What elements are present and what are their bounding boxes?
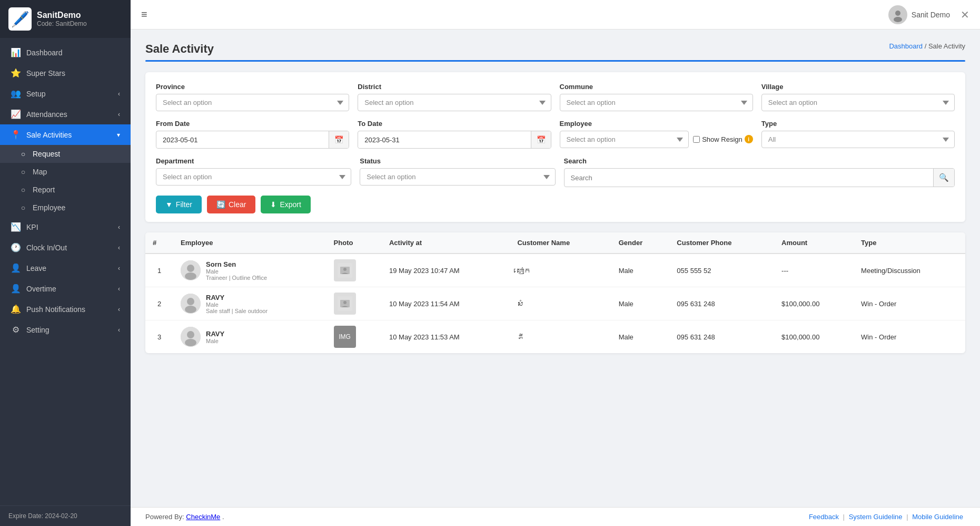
- breadcrumb-current: Sale Activity: [928, 42, 965, 50]
- district-label: District: [358, 83, 551, 91]
- province-group: Province Select an option: [156, 83, 349, 111]
- svg-point-5: [185, 272, 196, 280]
- sidebar-item-label: Map: [33, 168, 47, 176]
- employee-label: Employee: [560, 120, 753, 128]
- search-input[interactable]: [565, 170, 934, 186]
- to-date-wrap: 📅: [358, 131, 551, 149]
- cell-gender: Male: [611, 287, 670, 320]
- svg-point-11: [185, 306, 196, 313]
- employee-name: RAVY: [206, 330, 224, 338]
- topbar-user[interactable]: Sanit Demo: [888, 5, 950, 24]
- cell-num: 2: [145, 287, 173, 320]
- filter-button[interactable]: ▼ Filter: [156, 196, 202, 213]
- sidebar-item-sale-activities[interactable]: 📍 Sale Activities ▾: [0, 124, 131, 145]
- clear-button[interactable]: 🔄 Clear: [207, 196, 255, 213]
- user-avatar: [888, 5, 907, 24]
- sidebar-item-setup[interactable]: 👥 Setup ‹: [0, 83, 131, 104]
- sidebar-item-overtime[interactable]: 👤 Overtime ‹: [0, 278, 131, 299]
- results-table-card: # Employee Photo Activity at Customer Na…: [145, 232, 965, 353]
- cell-type: Win - Order: [854, 287, 965, 320]
- col-photo: Photo: [326, 232, 382, 254]
- breadcrumb-dashboard-link[interactable]: Dashboard: [889, 42, 923, 50]
- sidebar-item-dashboard[interactable]: 📊 Dashboard: [0, 42, 131, 63]
- svg-point-14: [343, 301, 347, 304]
- sidebar-item-employee[interactable]: ○ Employee: [0, 199, 131, 217]
- page-footer: Powered By: CheckinMe . Feedback | Syste…: [131, 507, 980, 526]
- sidebar-item-report[interactable]: ○ Report: [0, 181, 131, 199]
- department-select[interactable]: Select an option: [156, 168, 351, 186]
- circle-icon: ○: [19, 203, 27, 212]
- village-select[interactable]: Select an option: [761, 94, 955, 111]
- from-date-wrap: 📅: [156, 131, 349, 149]
- sidebar-item-label: KPI: [26, 223, 38, 231]
- employee-info: RAVY Male Sale staff | Sale outdoor: [181, 294, 319, 314]
- app-name: SanitDemo: [37, 11, 87, 20]
- star-icon: ⭐: [11, 68, 21, 78]
- search-icon[interactable]: 🔍: [933, 169, 954, 187]
- leave-icon: 👤: [11, 263, 21, 273]
- info-icon[interactable]: i: [745, 135, 753, 143]
- export-button[interactable]: ⬇ Export: [261, 196, 310, 213]
- sidebar-item-leave[interactable]: 👤 Leave ‹: [0, 258, 131, 278]
- chevron-left-icon: ‹: [118, 223, 120, 231]
- close-button[interactable]: ✕: [961, 8, 969, 21]
- type-select[interactable]: All: [761, 131, 955, 148]
- sidebar-item-label: Sale Activities: [26, 131, 72, 139]
- employee-role: Sale staff | Sale outdoor: [206, 308, 268, 314]
- show-resign-checkbox[interactable]: [693, 136, 700, 143]
- mobile-guideline-link[interactable]: Mobile Guideline: [912, 513, 963, 521]
- cell-amount: $100,000.00: [774, 287, 854, 320]
- chevron-down-icon: ▾: [117, 131, 120, 139]
- chevron-left-icon: ‹: [118, 326, 120, 334]
- status-select[interactable]: Select an option: [360, 168, 555, 186]
- employee-gender: Male: [206, 338, 224, 344]
- sidebar-item-label: Employee: [33, 203, 65, 212]
- commune-label: Commune: [560, 83, 753, 91]
- footer-links: Feedback | System Guideline | Mobile Gui…: [807, 513, 965, 521]
- sidebar-item-attendances[interactable]: 📈 Attendances ‹: [0, 104, 131, 124]
- sidebar: 🖊️ SanitDemo Code: SanitDemo 📊 Dashboard…: [0, 0, 131, 526]
- employee-info: Sorn Sen Male Traineer | Outline Office: [181, 260, 319, 281]
- employee-select[interactable]: Select an option: [560, 131, 689, 148]
- employee-photo: IMG: [334, 326, 356, 348]
- sidebar-item-kpi[interactable]: 📉 KPI ‹: [0, 217, 131, 237]
- sidebar-footer: Expire Date: 2024-02-20: [0, 505, 131, 526]
- show-resign-label: Show Resign: [702, 135, 743, 143]
- sidebar-item-map[interactable]: ○ Map: [0, 163, 131, 181]
- sidebar-item-super-stars[interactable]: ⭐ Super Stars: [0, 63, 131, 83]
- table-row: 2 RAVY Male Sale staff | Sale outdoor 10…: [145, 287, 965, 320]
- feedback-link[interactable]: Feedback: [809, 513, 839, 521]
- chevron-left-icon: ‹: [118, 90, 120, 98]
- sidebar-item-label: Request: [33, 150, 60, 158]
- to-date-input[interactable]: [358, 132, 530, 148]
- cell-customer-phone: 095 631 248: [669, 287, 774, 320]
- table-row: 3 RAVY Male IMG10 May 2023 11:53 AMភីMal…: [145, 320, 965, 354]
- sidebar-item-label: Setting: [26, 326, 50, 334]
- expire-date: Expire Date: 2024-02-20: [8, 512, 77, 520]
- dashboard-icon: 📊: [11, 47, 21, 57]
- status-label: Status: [360, 157, 555, 165]
- system-guideline-link[interactable]: System Guideline: [849, 513, 903, 521]
- menu-toggle-button[interactable]: ≡: [141, 8, 147, 21]
- checkinme-link[interactable]: CheckinMe: [186, 513, 220, 521]
- sidebar-item-clock-in-out[interactable]: 🕐 Clock In/Out ‹: [0, 237, 131, 258]
- district-select[interactable]: Select an option: [358, 94, 551, 111]
- commune-select[interactable]: Select an option: [560, 94, 753, 111]
- cell-num: 3: [145, 320, 173, 354]
- employee-role: Traineer | Outline Office: [206, 275, 267, 281]
- to-date-calendar-icon[interactable]: 📅: [531, 131, 551, 148]
- cell-gender: Male: [611, 254, 670, 287]
- sidebar-item-setting[interactable]: ⚙ Setting ‹: [0, 319, 131, 340]
- chevron-left-icon: ‹: [118, 265, 120, 272]
- province-select[interactable]: Select an option: [156, 94, 349, 111]
- clock-icon: 🕐: [11, 242, 21, 252]
- from-date-calendar-icon[interactable]: 📅: [329, 131, 349, 148]
- sidebar-item-request[interactable]: ○ Request: [0, 145, 131, 163]
- to-date-label: To Date: [358, 120, 551, 128]
- topbar: ≡ Sanit Demo ✕: [131, 0, 980, 30]
- show-resign-wrap: Show Resign i: [693, 135, 753, 148]
- col-num: #: [145, 232, 173, 254]
- page-title: Sale Activity: [145, 42, 214, 56]
- sidebar-item-push-notifications[interactable]: 🔔 Push Notifications ‹: [0, 299, 131, 319]
- from-date-input[interactable]: [156, 132, 329, 148]
